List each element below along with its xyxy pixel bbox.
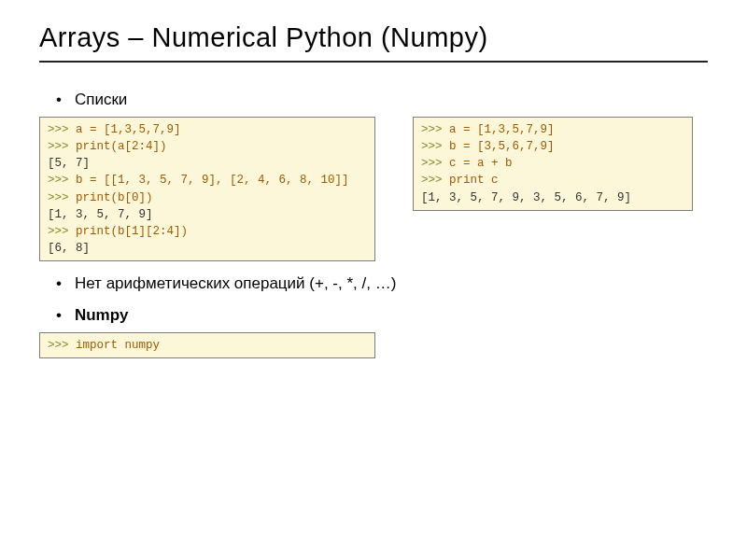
bullet-lists: Списки: [56, 91, 708, 109]
code-line: print(a[2:4]): [76, 140, 167, 153]
prompt: >>>: [48, 174, 76, 187]
bullet-numpy: Numpy: [56, 306, 708, 325]
code-line: import numpy: [76, 339, 160, 352]
bullet-noarith-label: Нет арифметических операций (+, -, *, /,…: [75, 274, 396, 293]
prompt: >>>: [48, 191, 76, 204]
code-line: a = [1,3,5,7,9]: [76, 123, 181, 136]
prompt: >>>: [421, 157, 449, 170]
code-box-right: >>> a = [1,3,5,7,9] >>> b = [3,5,6,7,9] …: [413, 117, 693, 211]
bullet-noarith: Нет арифметических операций (+, -, *, /,…: [56, 274, 708, 293]
title-underline: [39, 61, 708, 63]
page-title: Arrays – Numerical Python (Numpy): [39, 22, 708, 53]
prompt: >>>: [48, 140, 76, 153]
code-line: b = [[1, 3, 5, 7, 9], [2, 4, 6, 8, 10]]: [76, 174, 349, 187]
code-line: print(b[1][2:4]): [76, 225, 188, 238]
code-line: print c: [449, 174, 499, 187]
output-line: [1, 3, 5, 7, 9, 3, 5, 6, 7, 9]: [421, 191, 631, 204]
bullet-lists-label: Списки: [75, 91, 127, 109]
prompt: >>>: [48, 123, 76, 136]
code-line: b = [3,5,6,7,9]: [449, 140, 555, 153]
bullet-numpy-label: Numpy: [75, 306, 129, 325]
code-line: a = [1,3,5,7,9]: [449, 123, 555, 136]
code-box-import: >>> import numpy: [39, 332, 375, 358]
code-row: >>> a = [1,3,5,7,9] >>> print(a[2:4]) [5…: [39, 117, 708, 261]
prompt: >>>: [48, 225, 76, 238]
output-line: [6, 8]: [48, 242, 90, 255]
output-line: [5, 7]: [48, 157, 90, 170]
code-box-left: >>> a = [1,3,5,7,9] >>> print(a[2:4]) [5…: [39, 117, 375, 261]
code-line: print(b[0]): [76, 191, 153, 204]
prompt: >>>: [421, 123, 449, 136]
prompt: >>>: [48, 339, 76, 352]
prompt: >>>: [421, 174, 449, 187]
code-line: c = a + b: [449, 157, 513, 170]
output-line: [1, 3, 5, 7, 9]: [48, 208, 153, 221]
prompt: >>>: [421, 140, 449, 153]
